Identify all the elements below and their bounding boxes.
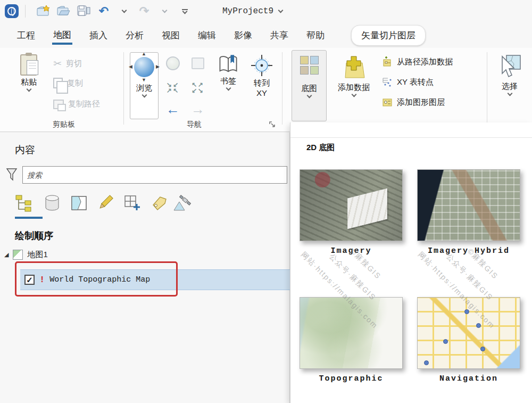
layer-visibility-checkbox[interactable]: ✓ (24, 275, 35, 285)
list-by-drawing-order-tab[interactable] (13, 192, 34, 213)
group-separator (123, 52, 124, 125)
drawing-order-icon (14, 194, 32, 212)
fixed-zoom-in-button[interactable]: ↘↙↗↖ (162, 82, 184, 94)
add-graphics-layer-button[interactable]: 添加图形图层 (382, 97, 445, 108)
add-data-from-path-button[interactable]: 从路径添加数据 (382, 56, 453, 67)
tab-analysis[interactable]: 分析 (124, 26, 145, 45)
tab-vector-tile-layer[interactable]: 矢量切片图层 (351, 25, 426, 46)
map-thumbnail-icon (13, 250, 23, 260)
save-project-button[interactable] (76, 3, 92, 20)
tab-edit[interactable]: 编辑 (197, 26, 217, 45)
imagery-hybrid-thumbnail (417, 169, 520, 241)
navigation-group-label: 导航 (160, 120, 229, 129)
zoom-to-selection-button[interactable] (187, 57, 209, 69)
group-separator (282, 52, 282, 125)
basemap-option-label: Navigation (417, 374, 520, 383)
tree-item-world-topographic-map[interactable]: ✓ ! World Topographic Map (20, 269, 290, 290)
tab-share[interactable]: 共享 (269, 26, 289, 45)
labeling-tag-icon (149, 194, 168, 212)
next-extent-button[interactable]: → (187, 102, 209, 116)
select-button[interactable]: 选择 (493, 50, 527, 95)
explore-sphere-icon: ▲▼ ◀▶ (134, 57, 154, 77)
goto-xy-icon (251, 54, 273, 77)
basemap-gallery-dropdown: 2D 底图 Imagery Imagery Hybrid Topographic (290, 122, 532, 403)
paste-button[interactable]: 粘贴 (12, 51, 46, 91)
list-by-data-source-tab[interactable] (41, 192, 63, 213)
undo-dropdown-button[interactable] (116, 3, 132, 20)
chevron-down-icon (121, 8, 127, 13)
basemap-option-imagery[interactable]: Imagery (300, 169, 403, 256)
redo-dropdown-button[interactable] (156, 3, 172, 20)
copy-path-button[interactable]: 复制路径 (53, 99, 100, 109)
fixed-zoom-in-icon: ↘↙↗↖ (167, 82, 179, 94)
filter-button[interactable] (5, 168, 18, 184)
new-project-button[interactable] (35, 3, 51, 20)
tab-insert[interactable]: 插入 (88, 26, 109, 45)
customize-quick-access-button[interactable] (177, 3, 193, 20)
full-extent-button[interactable] (162, 56, 184, 70)
list-by-editing-tab[interactable] (95, 192, 116, 213)
add-data-from-path-icon (382, 56, 393, 67)
copy-icon (53, 78, 63, 88)
chevron-down-icon (162, 8, 167, 13)
save-project-icon (77, 5, 90, 18)
imagery-satellite-icon (172, 194, 192, 212)
tab-view[interactable]: 视图 (161, 26, 181, 45)
basemap-option-imagery-hybrid[interactable]: Imagery Hybrid (417, 169, 520, 256)
zoom-selection-icon (192, 57, 204, 69)
map-item-label: 地图1 (27, 250, 47, 260)
new-project-icon (36, 5, 50, 18)
basemap-option-navigation[interactable]: Navigation (417, 297, 520, 383)
basemap-button[interactable]: 底图 (292, 50, 327, 121)
chevron-down-icon (351, 92, 356, 97)
previous-extent-icon: ← (166, 102, 180, 116)
filter-funnel-icon (5, 168, 18, 182)
tab-imagery[interactable]: 影像 (233, 26, 253, 45)
editing-pencil-icon (96, 194, 114, 212)
navigation-dialog-launcher[interactable] (269, 121, 276, 128)
contents-search-input[interactable] (22, 166, 287, 184)
list-by-labeling-tab[interactable] (148, 192, 169, 213)
goto-xy-button[interactable]: 转到XY (246, 51, 278, 98)
app-logo-icon (5, 4, 19, 18)
copy-label: 复制 (67, 78, 83, 88)
tab-help[interactable]: 帮助 (305, 26, 326, 45)
list-by-imagery-tab[interactable] (171, 192, 193, 213)
open-project-icon (56, 5, 70, 18)
title-bar: ↶ ↷ MyProject9 (0, 0, 532, 22)
full-extent-globe-icon (166, 56, 180, 70)
list-by-snapping-tab[interactable] (121, 192, 143, 213)
chevron-down-icon (306, 93, 312, 98)
clipboard-group-label: 剪贴板 (32, 120, 96, 129)
open-project-button[interactable] (55, 3, 71, 20)
add-data-button[interactable]: 添加数据 (333, 50, 375, 96)
tree-item-map1[interactable]: ◢ 地图1 (4, 250, 48, 260)
tab-project[interactable]: 工程 (16, 26, 36, 45)
cut-button[interactable]: ✂ 剪切 (53, 57, 82, 70)
gallery-divider (290, 137, 532, 138)
bookmarks-button[interactable]: 书签 (213, 51, 244, 90)
explore-button[interactable]: ▲▼ ◀▶ 浏览 (130, 52, 159, 119)
project-title-menu[interactable]: MyProject9 (222, 6, 282, 16)
topographic-thumbnail (300, 297, 403, 369)
basemap-option-label: Imagery (300, 246, 403, 256)
ribbon: 粘贴 ✂ 剪切 复制 复制路径 剪贴板 ▲▼ ◀▶ 浏览 (0, 48, 532, 132)
navigation-thumbnail (417, 297, 520, 369)
xy-table-to-point-button[interactable]: XY 表转点 (382, 77, 434, 87)
fixed-zoom-out-button[interactable]: ↖↗↙↘ (187, 82, 209, 94)
redo-button[interactable]: ↷ (136, 3, 152, 20)
next-extent-icon: → (191, 102, 205, 116)
contents-pane-title: 内容 (15, 143, 35, 157)
copy-path-icon (53, 100, 64, 109)
undo-button[interactable]: ↶ (96, 3, 112, 20)
previous-extent-button[interactable]: ← (162, 102, 184, 116)
goto-xy-label: 转到XY (254, 78, 270, 98)
group-separator (487, 52, 487, 125)
dialog-launcher-icon (269, 121, 276, 128)
list-by-selection-tab[interactable] (68, 192, 89, 213)
expander-icon[interactable]: ◢ (4, 251, 9, 258)
tab-map[interactable]: 地图 (52, 26, 72, 45)
basemap-option-topographic[interactable]: Topographic (300, 297, 403, 383)
copy-button[interactable]: 复制 (53, 78, 83, 88)
chevron-down-icon (142, 93, 147, 98)
